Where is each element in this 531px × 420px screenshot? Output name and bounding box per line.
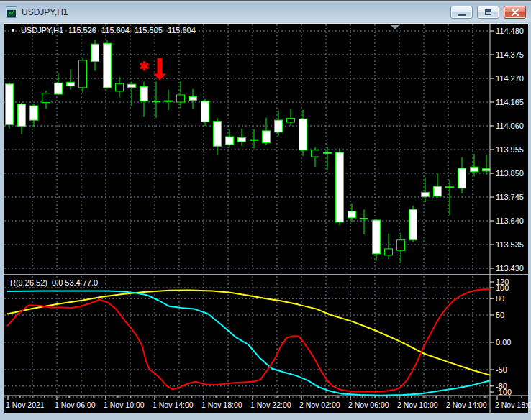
minimize-icon [458, 14, 466, 16]
symbol-ohlc-header: ▼ USDJPY,H1 115.526 115.604 115.505 115.… [10, 26, 196, 35]
header-close: 115.604 [168, 26, 196, 35]
indicator-values: 0.0 53.4 77.0 [52, 278, 98, 287]
header-low: 115.505 [135, 26, 163, 35]
header-symbol: USDJPY,H1 [21, 26, 63, 35]
chart-content[interactable] [4, 23, 528, 413]
restore-button[interactable] [477, 6, 499, 19]
mt4-chart-window: USDJPY,H1 ✱114.480114.375114.270114.1651… [0, 0, 531, 420]
window-controls [450, 6, 526, 19]
close-icon [511, 9, 519, 16]
chart-window-icon [6, 6, 17, 18]
window-title: USDJPY,H1 [22, 7, 450, 17]
window-titlebar[interactable]: USDJPY,H1 [0, 3, 531, 22]
minimize-button[interactable] [450, 6, 473, 19]
indicator-name: R(9,26,52) [10, 278, 47, 287]
header-open: 115.526 [68, 26, 96, 35]
symbol-dropdown-icon[interactable]: ▼ [10, 27, 16, 35]
restore-icon [485, 9, 491, 15]
indicator-label: R(9,26,52) 0.0 53.4 77.0 [10, 278, 98, 287]
close-button[interactable] [504, 6, 526, 19]
header-high: 115.604 [101, 26, 130, 35]
